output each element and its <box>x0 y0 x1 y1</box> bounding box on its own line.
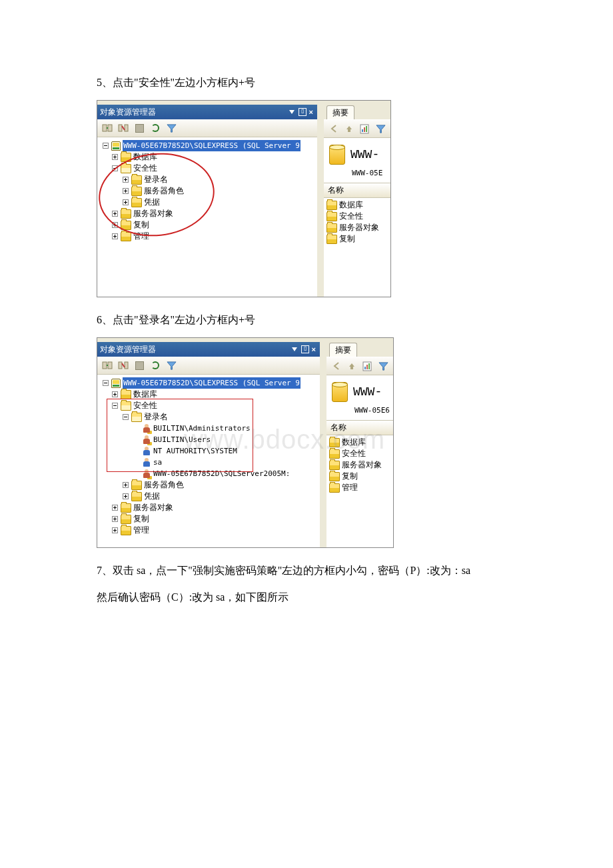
stop-icon[interactable] <box>133 122 145 134</box>
nav-back-icon[interactable] <box>330 360 342 372</box>
expand-toggle[interactable] <box>123 482 129 488</box>
tree-node-server-objects[interactable]: 服务器对象 <box>133 502 173 513</box>
tree-root-server[interactable]: WWW-05E67B7852D\SQLEXPRESS (SQL Server 9 <box>123 379 300 387</box>
folder-open-icon <box>131 413 142 422</box>
stop-icon[interactable] <box>133 359 145 371</box>
tree-node-logins[interactable]: 登录名 <box>144 411 168 423</box>
list-item[interactable]: 安全性 <box>328 448 392 459</box>
tree-node-replication[interactable]: 复制 <box>133 513 149 525</box>
connect-icon[interactable] <box>101 122 113 134</box>
list-item[interactable]: 安全性 <box>325 211 389 222</box>
list-item[interactable]: 服务器对象 <box>325 222 389 233</box>
expand-toggle[interactable] <box>123 177 129 183</box>
tree-node-credentials[interactable]: 凭据 <box>144 197 160 208</box>
object-explorer-title: 对象资源管理器 <box>100 344 156 355</box>
tree-node-server-roles[interactable]: 服务器角色 <box>144 479 184 491</box>
login-group-icon <box>142 435 151 445</box>
list-item[interactable]: 复制 <box>328 471 392 482</box>
tree-view[interactable]: WWW-05E67B7852D\SQLEXPRESS (SQL Server 9… <box>97 137 317 297</box>
tree-node-security[interactable]: 安全性 <box>133 400 157 411</box>
expand-toggle[interactable] <box>123 493 129 499</box>
folder-icon <box>121 209 131 219</box>
list-item[interactable]: 服务器对象 <box>328 459 392 471</box>
report-icon[interactable] <box>362 360 374 372</box>
list-item[interactable]: 复制 <box>325 233 389 245</box>
login-item[interactable]: BUILTIN\Administrators <box>153 423 251 434</box>
expand-toggle[interactable] <box>103 380 109 386</box>
filter-icon[interactable] <box>165 122 177 134</box>
svg-rect-15 <box>119 362 122 369</box>
login-item[interactable]: BUILTIN\Users <box>153 434 211 445</box>
expand-toggle[interactable] <box>112 222 118 228</box>
tree-node-credentials[interactable]: 凭据 <box>144 491 160 502</box>
pin-icon[interactable]: ▯ <box>301 345 309 353</box>
expand-toggle[interactable] <box>112 505 118 511</box>
tree-node-management[interactable]: 管理 <box>133 231 149 242</box>
nav-up-icon[interactable] <box>346 360 358 372</box>
tree-node-server-roles[interactable]: 服务器角色 <box>144 185 184 197</box>
expand-toggle[interactable] <box>112 233 118 239</box>
expand-toggle[interactable] <box>123 199 129 205</box>
dropdown-icon[interactable] <box>289 110 295 114</box>
tree-root-server[interactable]: WWW-05E67B7852D\SQLEXPRESS (SQL Server 9 <box>123 141 300 150</box>
expand-toggle[interactable] <box>112 403 118 409</box>
svg-rect-4 <box>125 125 128 131</box>
expand-toggle[interactable] <box>112 154 118 160</box>
disconnect-icon[interactable] <box>117 122 129 134</box>
svg-rect-0 <box>103 125 107 131</box>
list-item[interactable]: 管理 <box>328 482 392 493</box>
object-explorer-titlebar: 对象资源管理器 ▯ × <box>97 105 317 119</box>
folder-icon <box>131 481 142 490</box>
pin-icon[interactable]: ▯ <box>299 108 306 116</box>
object-explorer-toolbar <box>97 119 317 137</box>
summary-tab[interactable]: 摘要 <box>329 343 357 357</box>
tree-node-logins[interactable]: 登录名 <box>144 174 168 185</box>
svg-line-5 <box>122 126 125 130</box>
svg-rect-20 <box>364 367 366 369</box>
folder-icon <box>121 515 131 524</box>
nav-back-icon[interactable] <box>328 123 340 135</box>
folder-icon <box>121 526 131 535</box>
close-icon[interactable]: × <box>310 345 317 353</box>
expand-toggle[interactable] <box>123 188 129 194</box>
tree-node-management[interactable]: 管理 <box>133 525 149 536</box>
refresh-icon[interactable] <box>149 122 161 134</box>
list-item[interactable]: 数据库 <box>328 437 392 448</box>
expand-toggle[interactable] <box>112 516 118 522</box>
tree-node-server-objects[interactable]: 服务器对象 <box>133 208 173 219</box>
svg-rect-10 <box>366 126 367 132</box>
filter-icon[interactable] <box>378 360 390 372</box>
tree-node-security[interactable]: 安全性 <box>133 163 157 174</box>
summary-tab[interactable]: 摘要 <box>326 105 354 119</box>
tree-node-replication[interactable]: 复制 <box>133 219 149 231</box>
close-icon[interactable]: × <box>308 108 314 116</box>
svg-rect-21 <box>366 365 368 369</box>
login-item[interactable]: WWW-05E67B7852D\SQLServer2005M: <box>153 468 290 479</box>
report-icon[interactable] <box>359 123 371 135</box>
tree-node-databases[interactable]: 数据库 <box>133 389 157 400</box>
expand-toggle[interactable] <box>112 391 118 397</box>
expand-toggle[interactable] <box>112 165 118 171</box>
server-icon <box>111 379 121 388</box>
refresh-icon[interactable] <box>149 359 161 371</box>
login-item[interactable]: NT AUTHORITY\SYSTEM <box>153 445 237 457</box>
column-header-name[interactable]: 名称 <box>324 183 390 198</box>
connect-icon[interactable] <box>101 359 113 371</box>
disconnect-icon[interactable] <box>117 359 129 371</box>
tree-node-databases[interactable]: 数据库 <box>133 151 157 163</box>
expand-toggle[interactable] <box>103 143 109 149</box>
column-header-name[interactable]: 名称 <box>326 420 393 435</box>
filter-icon[interactable] <box>165 359 177 371</box>
object-explorer-panel: 对象资源管理器 ▯ × WWW-05E67B7852D\SQLEXPRE <box>97 338 320 547</box>
tree-view[interactable]: WWW-05E67B7852D\SQLEXPRESS (SQL Server 9… <box>97 375 320 547</box>
expand-toggle[interactable] <box>112 527 118 533</box>
expand-toggle[interactable] <box>123 414 129 420</box>
login-sa[interactable]: sa <box>153 457 162 468</box>
list-item[interactable]: 数据库 <box>325 199 389 211</box>
svg-rect-16 <box>125 362 128 369</box>
filter-icon[interactable] <box>375 123 387 135</box>
screenshot-1: 对象资源管理器 ▯ × <box>97 100 391 297</box>
dropdown-icon[interactable] <box>292 347 297 351</box>
nav-up-icon[interactable] <box>344 123 356 135</box>
expand-toggle[interactable] <box>112 211 118 217</box>
